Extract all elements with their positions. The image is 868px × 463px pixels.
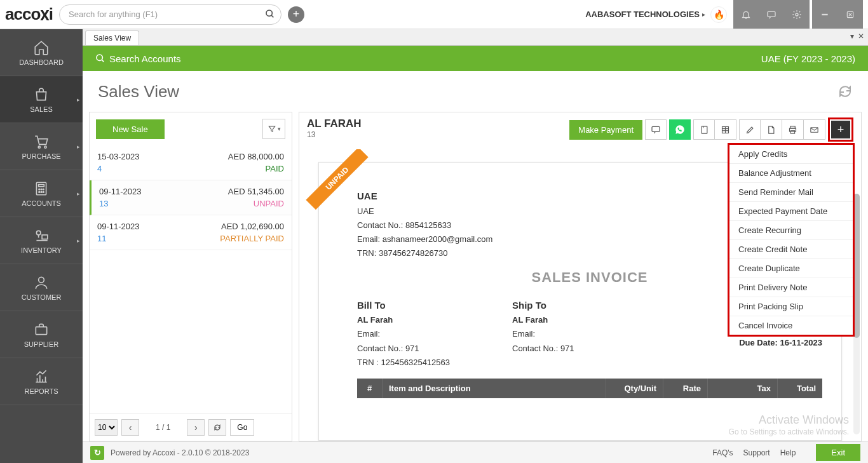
sidebar-item-accounts[interactable]: ACCOUNTS ▸: [0, 170, 83, 217]
sidebar-item-purchase[interactable]: PURCHASE ▸: [0, 123, 83, 170]
fire-icon[interactable]: 🔥: [710, 6, 727, 23]
close-icon[interactable]: [837, 0, 863, 29]
sidebar-item-customer[interactable]: CUSTOMER: [0, 264, 83, 311]
search-input[interactable]: [59, 4, 281, 25]
sale-row[interactable]: 09-11-2023AED 51,345.00 13UNPAID: [90, 180, 292, 215]
tab-menu-icon[interactable]: ▾: [850, 32, 854, 41]
refresh-icon[interactable]: [837, 84, 853, 99]
more-menu-item[interactable]: Create Recurring: [729, 221, 853, 240]
footer-support-link[interactable]: Support: [743, 448, 770, 457]
svg-rect-25: [702, 126, 707, 133]
svg-rect-21: [36, 326, 46, 334]
exit-button[interactable]: Exit: [816, 444, 860, 461]
page-size-select[interactable]: 10: [95, 419, 118, 436]
svg-point-12: [39, 189, 40, 190]
footer: ↻ Powered by Accoxi - 2.0.10 © 2018-2023…: [83, 441, 868, 463]
more-menu-item[interactable]: Create Duplicate: [729, 259, 853, 278]
sidebar: DASHBOARD SALES ▸ PURCHASE ▸ ACCOUNTS ▸ …: [0, 29, 83, 463]
svg-point-16: [41, 191, 42, 192]
pager-refresh-button[interactable]: [208, 419, 226, 436]
pdf-icon[interactable]: [761, 119, 782, 140]
more-actions-menu: Apply CreditsBalance AdjustmentSend Remi…: [728, 143, 855, 337]
svg-point-14: [43, 189, 44, 190]
sidebar-item-inventory[interactable]: INVENTORY ▸: [0, 217, 83, 264]
pager-next-button[interactable]: ›: [187, 419, 205, 436]
topbar-action-group: [733, 0, 810, 29]
svg-point-20: [39, 277, 44, 283]
whatsapp-icon[interactable]: [669, 119, 691, 140]
email-icon[interactable]: [804, 119, 825, 140]
bag-icon: [33, 86, 50, 103]
bell-icon[interactable]: [733, 0, 759, 29]
svg-rect-4: [822, 14, 827, 15]
chevron-right-icon: ▸: [77, 144, 80, 150]
sidebar-item-label: SUPPLIER: [24, 340, 58, 348]
more-actions-button[interactable]: +: [831, 121, 850, 138]
more-menu-item[interactable]: Apply Credits: [729, 145, 853, 164]
sale-row[interactable]: 09-11-2023AED 1,02,690.00 11PARTIALLY PA…: [90, 215, 292, 250]
ledger-icon[interactable]: [715, 119, 736, 140]
sidebar-item-label: INVENTORY: [21, 246, 62, 254]
global-add-button[interactable]: +: [288, 6, 304, 23]
tab-sales-view[interactable]: Sales View: [85, 30, 139, 45]
chevron-right-icon[interactable]: ▸: [702, 11, 705, 18]
more-menu-item[interactable]: Print Delivery Note: [729, 278, 853, 297]
list-pager: 10 ‹ 1 / 1 › Go: [90, 413, 292, 441]
chevron-right-icon: ▸: [77, 191, 80, 197]
page-title-row: Sales View: [83, 71, 868, 112]
cart-icon: [33, 133, 50, 150]
footer-help-link[interactable]: Help: [780, 448, 796, 457]
edit-icon[interactable]: [739, 119, 761, 140]
sidebar-item-sales[interactable]: SALES ▸: [0, 76, 83, 123]
more-menu-item[interactable]: Create Credit Note: [729, 240, 853, 259]
more-menu-item[interactable]: Print Packing Slip: [729, 297, 853, 316]
svg-rect-2: [768, 11, 775, 17]
customer-name: AL FARAH: [307, 117, 362, 130]
tab-close-icon[interactable]: ✕: [858, 32, 864, 41]
svg-point-0: [266, 10, 272, 16]
sidebar-item-label: ACCOUNTS: [22, 199, 61, 207]
sales-list-pane: New Sale ▾ 15-03-2023AED 88,000.00 4PAID…: [89, 112, 292, 441]
company-label[interactable]: AABASOFT TECHNOLOGIES: [585, 10, 700, 19]
chart-icon: [33, 368, 50, 385]
sidebar-item-dashboard[interactable]: DASHBOARD: [0, 29, 83, 76]
sidebar-item-supplier[interactable]: SUPPLIER: [0, 311, 83, 358]
fiscal-year-label: UAE (FY 2023 - 2023): [761, 53, 855, 64]
invoice-items-table: # Item and Description Qty/Unit Rate Tax…: [357, 379, 822, 398]
topbar: accoxi + AABASOFT TECHNOLOGIES ▸ 🔥: [0, 0, 868, 29]
minimize-icon[interactable]: [812, 0, 837, 29]
tab-strip: Sales View ▾ ✕: [83, 29, 868, 46]
pager-page-label: 1 / 1: [143, 423, 183, 432]
sidebar-item-label: CUSTOMER: [22, 293, 62, 301]
ship-to-block: Ship To AL Farah Email: Contact No.: 971: [512, 297, 667, 370]
svg-rect-11: [39, 184, 44, 186]
context-bar: Search Accounts UAE (FY 2023 - 2023): [83, 46, 868, 71]
gear-icon[interactable]: [784, 0, 810, 29]
sidebar-item-reports[interactable]: REPORTS: [0, 358, 83, 405]
footer-faq-link[interactable]: FAQ's: [712, 448, 733, 457]
print-icon[interactable]: [782, 119, 804, 140]
inventory-icon: [33, 227, 50, 244]
attachment-icon[interactable]: [693, 119, 715, 140]
more-menu-item[interactable]: Expected Payment Date: [729, 202, 853, 221]
pager-go-button[interactable]: Go: [230, 419, 254, 436]
more-menu-item[interactable]: Send Reminder Mail: [729, 183, 853, 202]
calculator-icon: [33, 180, 50, 197]
sale-row[interactable]: 15-03-2023AED 88,000.00 4PAID: [90, 145, 292, 180]
make-payment-button[interactable]: Make Payment: [569, 120, 642, 140]
chat-icon[interactable]: [759, 0, 784, 29]
svg-point-17: [43, 191, 44, 192]
filter-button[interactable]: ▾: [262, 119, 285, 139]
main-area: Sales View ▾ ✕ Search Accounts UAE (FY 2…: [83, 29, 868, 463]
more-menu-item[interactable]: Balance Adjustment: [729, 164, 853, 183]
pager-prev-button[interactable]: ‹: [121, 419, 139, 436]
search-accounts-button[interactable]: Search Accounts: [95, 53, 181, 64]
brand-logo: accoxi: [5, 4, 53, 24]
window-controls: [812, 0, 863, 29]
sidebar-item-label: DASHBOARD: [19, 58, 64, 66]
comment-icon[interactable]: [645, 119, 667, 140]
search-icon[interactable]: [265, 9, 275, 19]
chevron-right-icon: ▸: [77, 238, 80, 244]
more-menu-item[interactable]: Cancel Invoice: [729, 316, 853, 335]
new-sale-button[interactable]: New Sale: [96, 119, 165, 139]
